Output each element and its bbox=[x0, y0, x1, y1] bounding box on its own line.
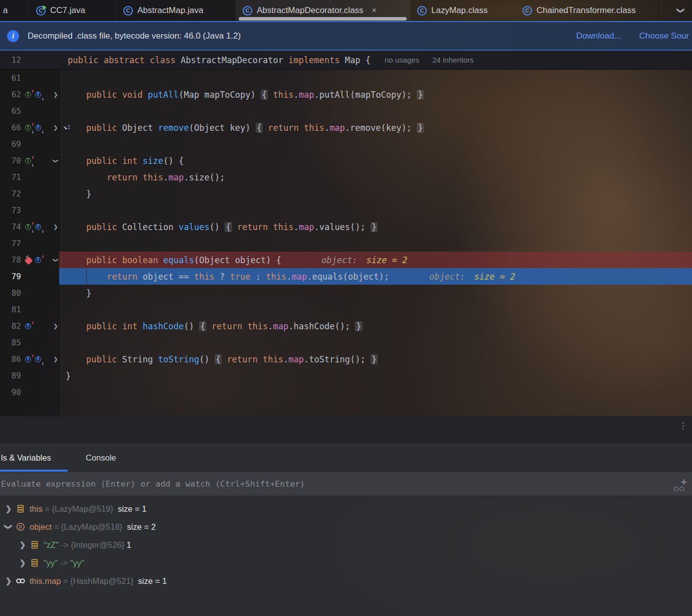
line-number: 86 bbox=[0, 354, 21, 364]
decompiler-banner: i Decompiled .class file, bytecode versi… bbox=[0, 22, 692, 51]
fold-collapsed-icon[interactable]: ❯ bbox=[52, 90, 59, 99]
overridden-icon[interactable]: O↓ bbox=[35, 223, 43, 231]
tree-collapse-icon[interactable]: ❯ bbox=[2, 522, 15, 531]
tab-cc7-java[interactable]: CCC7.java bbox=[29, 0, 116, 21]
inline-debugger-hint: object:size = 2 bbox=[321, 255, 408, 265]
variable-row[interactable]: ❯"zZ" -> {Integer@526} 1 bbox=[0, 536, 692, 554]
tab-label: LazyMap.class bbox=[431, 6, 487, 16]
tree-expand-icon[interactable]: ❯ bbox=[2, 576, 15, 585]
code-line-74[interactable]: 74I↑↓O↓❯ public Collection values() { re… bbox=[0, 219, 692, 235]
line-number: 70 bbox=[0, 156, 21, 165]
close-icon[interactable]: × bbox=[372, 6, 377, 15]
code-line-66[interactable]: 66I↑↓O↓❯ public Object remove(Object key… bbox=[0, 119, 692, 136]
tab-label: ChainedTransformer.class bbox=[537, 6, 636, 16]
line-number: 78 bbox=[0, 255, 21, 265]
code-line-69[interactable]: 69 bbox=[0, 136, 692, 152]
code-line-79[interactable]: 79 return object == this ? true : this.m… bbox=[0, 268, 692, 285]
usages-hint[interactable]: no usages bbox=[385, 56, 419, 64]
class-declaration-code: public abstract class AbstractMapDecorat… bbox=[61, 55, 371, 65]
code-line-73[interactable]: 73 bbox=[0, 202, 692, 219]
tab-lazymap-class[interactable]: CLazyMap.class bbox=[410, 0, 515, 21]
download-link[interactable]: Download... bbox=[576, 31, 621, 41]
tree-expand-icon[interactable]: ❯ bbox=[16, 540, 29, 549]
variables-tree[interactable]: ❯this = {LazyMap@519} size = 1❯pobject =… bbox=[0, 496, 692, 616]
choose-sources-link[interactable]: Choose Sour bbox=[639, 31, 689, 41]
inline-debugger-hint: object:size = 2 bbox=[429, 272, 515, 282]
line-number: 79 bbox=[0, 272, 21, 281]
tab-abstractmap-java[interactable]: CAbstractMap.java bbox=[116, 0, 236, 21]
banner-text: Decompiled .class file, bytecode version… bbox=[28, 31, 241, 41]
fold-expanded-icon[interactable]: ❯ bbox=[52, 256, 59, 265]
line-number: 89 bbox=[0, 371, 21, 380]
overrides-icon[interactable]: O↑ bbox=[35, 256, 43, 264]
sticky-class-declaration[interactable]: 12 public abstract class AbstractMapDeco… bbox=[0, 51, 692, 70]
tab-label: a bbox=[3, 6, 8, 16]
inheritors-hint[interactable]: 24 inheritors bbox=[432, 56, 474, 64]
code-line-78[interactable]: 78✓O↑❯ public boolean equals(Object obje… bbox=[0, 252, 692, 268]
code-editor[interactable]: 6162I↑O↓❯ public void putAll(Map mapToCo… bbox=[0, 70, 692, 416]
code-line-81[interactable]: 81 bbox=[0, 301, 692, 318]
line-number: 73 bbox=[0, 206, 21, 215]
class-icon: C bbox=[523, 6, 532, 16]
value-icon bbox=[30, 540, 39, 549]
tab-threads-variables[interactable]: ls & Variables bbox=[0, 444, 68, 472]
variable-row[interactable]: ❯"yy" -> "yy" bbox=[0, 554, 692, 572]
evaluate-expression-input[interactable] bbox=[0, 479, 673, 489]
overrides-icon[interactable]: O↑ bbox=[25, 355, 33, 363]
tree-expand-icon[interactable]: ❯ bbox=[16, 558, 29, 567]
chevron-down-icon: ❯ bbox=[676, 8, 685, 14]
code-line-71[interactable]: 71 return this.map.size(); bbox=[0, 169, 692, 185]
editor-tab-bar: a CCC7.javaCAbstractMap.javaCAbstractMap… bbox=[0, 0, 692, 22]
value-icon bbox=[30, 558, 39, 567]
overridden-icon[interactable]: O↓ bbox=[35, 355, 43, 363]
line-number: 81 bbox=[0, 305, 21, 314]
fold-expanded-icon[interactable]: ❯ bbox=[52, 156, 59, 165]
fold-collapsed-icon[interactable]: ❯ bbox=[52, 355, 59, 364]
fold-collapsed-icon[interactable]: ❯ bbox=[52, 322, 59, 331]
fold-collapsed-icon[interactable]: ❯ bbox=[52, 223, 59, 232]
line-number: 71 bbox=[0, 172, 21, 182]
code-line-80[interactable]: 80 } bbox=[0, 285, 692, 301]
fold-collapsed-icon[interactable]: ❯ bbox=[52, 123, 59, 132]
code-line-85[interactable]: 85 bbox=[0, 334, 692, 351]
variable-row[interactable]: ❯this = {LazyMap@519} size = 1 bbox=[0, 500, 692, 518]
implements-icon[interactable]: I↑↓ bbox=[25, 157, 33, 165]
code-line-82[interactable]: 82O↑❯ public int hashCode() { return thi… bbox=[0, 318, 692, 334]
code-line-86[interactable]: 86O↑O↓❯ public String toString() { retur… bbox=[0, 351, 692, 367]
implements-icon[interactable]: I↑↓ bbox=[25, 124, 33, 132]
tab-partial[interactable]: a bbox=[0, 0, 29, 21]
value-icon bbox=[16, 504, 25, 513]
overridden-icon[interactable]: O↓ bbox=[35, 91, 43, 99]
class-icon: C bbox=[417, 6, 427, 16]
code-line-89[interactable]: 89} bbox=[0, 367, 692, 384]
tab-label: AbstractMap.java bbox=[137, 6, 203, 16]
line-number: 62 bbox=[0, 90, 21, 99]
svg-text:p: p bbox=[19, 524, 22, 529]
code-line-72[interactable]: 72 } bbox=[0, 185, 692, 202]
parameter-icon: p bbox=[16, 522, 25, 531]
code-line-61[interactable]: 61 bbox=[0, 70, 692, 86]
implements-icon[interactable]: I↑ bbox=[25, 91, 33, 99]
info-icon: i bbox=[7, 30, 19, 42]
add-to-watches-icon[interactable]: + bbox=[673, 477, 688, 492]
tree-expand-icon[interactable]: ❯ bbox=[2, 504, 15, 513]
tab-abstractmapdecorator-class[interactable]: CAbstractMapDecorator.class× bbox=[236, 0, 410, 21]
line-number: 65 bbox=[0, 106, 21, 116]
breakpoint-icon[interactable]: ✓ bbox=[25, 256, 33, 264]
tab-console[interactable]: Console bbox=[86, 444, 116, 472]
tab-chainedtransformer-class[interactable]: CChainedTransformer.class bbox=[515, 0, 662, 21]
tab-overflow-button[interactable]: ❯ bbox=[670, 0, 692, 21]
line-number: 80 bbox=[0, 288, 21, 298]
more-options-icon[interactable]: ⋮ bbox=[678, 424, 688, 428]
code-line-90[interactable]: 90 bbox=[0, 384, 692, 400]
variable-row[interactable]: ❯pobject = {LazyMap@518} size = 2 bbox=[0, 518, 692, 536]
overridden-icon[interactable]: O↓ bbox=[35, 124, 43, 132]
code-line-77[interactable]: 77 bbox=[0, 235, 692, 252]
class-icon: C bbox=[123, 6, 133, 16]
implements-icon[interactable]: I↑↓ bbox=[25, 223, 33, 231]
code-line-65[interactable]: 65 bbox=[0, 103, 692, 119]
code-line-70[interactable]: 70I↑↓❯ public int size() { bbox=[0, 152, 692, 169]
code-line-62[interactable]: 62I↑O↓❯ public void putAll(Map mapToCopy… bbox=[0, 86, 692, 103]
overrides-icon[interactable]: O↑ bbox=[25, 322, 33, 330]
variable-row[interactable]: ❯this.map = {HashMap@521} size = 1 bbox=[0, 572, 692, 590]
